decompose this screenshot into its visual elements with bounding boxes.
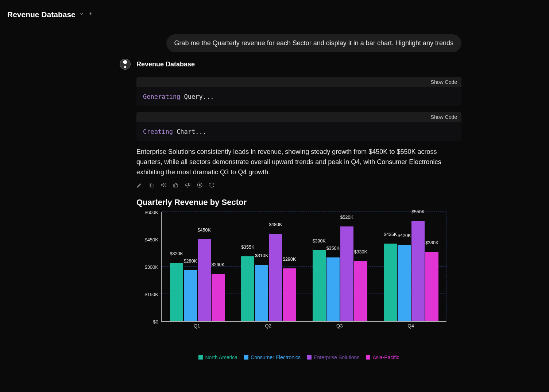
y-axis-tick: $0 (153, 319, 158, 324)
bar-value-label: $355K (237, 245, 259, 250)
code-panel-header: Show Code (136, 112, 461, 122)
code-keyword: Generating (143, 93, 180, 100)
legend-swatch (366, 355, 370, 360)
chevron-down-icon[interactable] (79, 11, 84, 18)
chart-container: Quarterly Revenue by Sector $320K$280K$4… (136, 198, 461, 360)
chart-bar (198, 239, 211, 321)
user-message: Grab me the Quarterly revenue for each S… (166, 34, 461, 52)
y-axis-tick: $450K (144, 237, 158, 242)
chart-bar (212, 274, 225, 321)
code-text: Query... (180, 93, 214, 100)
chart-bar (255, 265, 268, 321)
assistant-analysis: Enterprise Solutions consistently leads … (136, 147, 461, 178)
thumbs-up-icon[interactable] (173, 182, 179, 190)
y-axis-tick: $300K (144, 264, 158, 269)
chart-bar (354, 261, 367, 321)
legend-label: North America (205, 354, 237, 360)
code-text: Chart... (173, 128, 206, 135)
legend-label: Consumer Electronics (251, 354, 301, 360)
y-axis-tick: $150K (144, 291, 158, 297)
chart-bar (170, 263, 183, 321)
legend-item[interactable]: Enterprise Solutions (307, 354, 359, 360)
play-icon[interactable] (197, 182, 203, 190)
plus-icon[interactable] (88, 11, 93, 18)
bar-value-label: $450K (193, 228, 215, 233)
chart-bar (326, 257, 340, 321)
bar-value-label: $480K (264, 222, 286, 227)
chart-bar (184, 270, 197, 321)
x-axis-tick: Q2 (265, 323, 271, 329)
legend-item[interactable]: Consumer Electronics (244, 354, 301, 360)
code-panel-header: Show Code (136, 77, 461, 87)
assistant-header: Revenue Database (120, 59, 461, 70)
chart-bar (241, 256, 254, 321)
legend-item[interactable]: Asia-Pacific (366, 354, 399, 360)
bar-value-label: $520K (336, 215, 358, 220)
show-code-button[interactable]: Show Code (431, 114, 457, 120)
chart-bar (340, 226, 353, 321)
legend-swatch (198, 355, 203, 360)
x-axis-tick: Q3 (336, 323, 343, 329)
legend-swatch (307, 355, 312, 360)
y-axis-tick: $600K (144, 209, 158, 215)
code-panel-query: Show Code Generating Query... (136, 77, 461, 106)
legend-label: Asia-Pacific (372, 354, 399, 360)
legend-label: Enterprise Solutions (314, 354, 359, 360)
code-keyword: Creating (143, 128, 173, 135)
page-header: Revenue Database (0, 0, 549, 23)
chart-bar (313, 250, 326, 321)
page-title: Revenue Database (7, 10, 76, 19)
copy-icon[interactable] (148, 182, 155, 190)
bar-value-label: $320K (166, 251, 187, 256)
chart-wrap: $320K$280K$450K$260K$355K$310K$480K$290K… (136, 212, 446, 336)
plot-area: $320K$280K$450K$260K$355K$310K$480K$290K… (161, 212, 446, 322)
bar-value-label: $330K (350, 249, 372, 255)
chat-area: Grab me the Quarterly revenue for each S… (0, 23, 549, 360)
legend-swatch (244, 355, 248, 360)
chart-bar (269, 234, 282, 321)
chart-title: Quarterly Revenue by Sector (136, 198, 461, 207)
bar-value-label: $260K (207, 262, 229, 267)
x-axis-tick: Q1 (194, 323, 200, 329)
assistant-avatar (120, 59, 131, 70)
action-row (136, 182, 461, 190)
bar-value-label: $390K (308, 238, 330, 244)
chart-bar (398, 245, 411, 321)
code-panel-body: Creating Chart... (136, 122, 461, 141)
chart-bar (384, 244, 397, 321)
assistant-block: Revenue Database Show Code Generating Qu… (0, 59, 461, 360)
legend-item[interactable]: North America (198, 354, 237, 360)
chart-bar (411, 221, 425, 321)
bar-value-label: $290K (278, 257, 300, 262)
bar-value-label: $550K (407, 209, 429, 214)
edit-icon[interactable] (136, 182, 143, 190)
code-panel-chart: Show Code Creating Chart... (136, 112, 461, 141)
show-code-button[interactable]: Show Code (431, 79, 457, 85)
chart-legend: North AmericaConsumer ElectronicsEnterpr… (136, 354, 461, 360)
thumbs-down-icon[interactable] (185, 182, 191, 190)
x-axis-tick: Q4 (408, 323, 414, 329)
assistant-name: Revenue Database (136, 61, 195, 68)
svg-rect-0 (151, 184, 153, 187)
chart-bar (425, 252, 438, 321)
chart-bar (283, 268, 296, 321)
code-panel-body: Generating Query... (136, 87, 461, 106)
user-message-row: Grab me the Quarterly revenue for each S… (0, 34, 461, 52)
refresh-icon[interactable] (209, 182, 215, 190)
bar-value-label: $380K (421, 240, 443, 245)
speaker-icon[interactable] (161, 182, 167, 190)
